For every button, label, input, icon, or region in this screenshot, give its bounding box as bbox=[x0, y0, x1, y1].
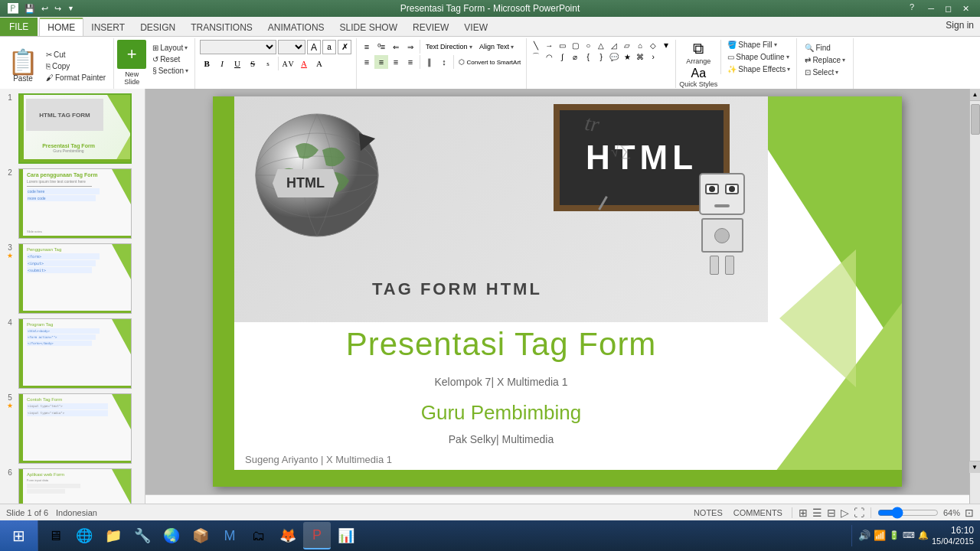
triangle-shape[interactable]: △ bbox=[595, 40, 607, 51]
shape-more[interactable]: ▾ bbox=[660, 40, 672, 51]
callout-shape[interactable]: 💬 bbox=[608, 51, 620, 62]
oval-shape[interactable]: ○ bbox=[582, 40, 594, 51]
line-shape[interactable]: ╲ bbox=[530, 40, 542, 51]
decrease-indent-button[interactable]: ⇐ bbox=[389, 40, 403, 54]
font-color-button[interactable]: A bbox=[297, 57, 311, 70]
scroll-down-btn[interactable]: ▼ bbox=[969, 461, 980, 473]
brace-shape[interactable]: } bbox=[595, 51, 607, 62]
view-sorter-btn[interactable]: ⊟ bbox=[827, 507, 836, 519]
taskbar-app-1[interactable]: 🖥 bbox=[41, 522, 69, 549]
taskbar-app-9[interactable]: 🦊 bbox=[274, 522, 302, 549]
taskbar-app-5[interactable]: 🌏 bbox=[158, 522, 185, 549]
arrange-button[interactable]: ⧉ Arrange bbox=[679, 40, 717, 65]
align-center-button[interactable]: ≡ bbox=[374, 55, 388, 69]
align-right-button[interactable]: ≡ bbox=[389, 55, 403, 69]
slide-thumb-4[interactable]: 4 Program Tag <html><body> <form action=… bbox=[3, 318, 142, 389]
right-triangle-shape[interactable]: ◿ bbox=[608, 40, 620, 51]
chevron-shape[interactable]: › bbox=[647, 51, 659, 62]
slide-thumb-img-2[interactable]: Cara penggunaan Tag Form Lorem ipsum lin… bbox=[18, 168, 132, 239]
vertical-scrollbar[interactable]: ▲ ▼ bbox=[969, 89, 980, 520]
arrow-shape[interactable]: → bbox=[543, 40, 555, 51]
star-shape[interactable]: ★ bbox=[621, 51, 633, 62]
curved-shape[interactable]: ⌒ bbox=[530, 51, 542, 62]
strikethrough-button[interactable]: S bbox=[246, 57, 260, 70]
taskbar-app-4[interactable]: 🔧 bbox=[129, 522, 156, 549]
shape-effects-button[interactable]: ✨ Shape Effects ▾ bbox=[724, 64, 793, 74]
taskbar-app-6[interactable]: 📦 bbox=[187, 522, 214, 549]
save-icon[interactable]: 💾 bbox=[23, 4, 37, 14]
slide-thumb-3[interactable]: 3 ★ Penggunaan Tag <form> <input> <submi… bbox=[3, 243, 142, 314]
rounded-rect-shape[interactable]: ▢ bbox=[569, 40, 581, 51]
tray-icon-5[interactable]: 🔔 bbox=[918, 530, 929, 540]
clock-area[interactable]: 16:10 15/04/2015 bbox=[932, 525, 974, 546]
customize-icon[interactable]: ▼ bbox=[66, 5, 76, 12]
shape-outline-button[interactable]: ▭ Shape Outline ▾ bbox=[724, 52, 793, 62]
scroll-thumb[interactable] bbox=[971, 104, 980, 135]
italic-button[interactable]: I bbox=[215, 57, 229, 70]
convert-smartart-button[interactable]: ⬡ Convert to SmartArt bbox=[456, 57, 523, 67]
font-family-select[interactable] bbox=[200, 40, 276, 54]
tab-slideshow[interactable]: SLIDE SHOW bbox=[332, 19, 405, 36]
tray-icon-3[interactable]: 🔋 bbox=[889, 530, 900, 540]
taskbar-app-8[interactable]: 🗂 bbox=[245, 522, 273, 549]
view-slideshow-btn[interactable]: ⛶ bbox=[854, 507, 864, 519]
columns-button[interactable]: ∥ bbox=[423, 55, 436, 69]
replace-button[interactable]: ⇄ Replace ▾ bbox=[802, 55, 848, 65]
underline-button[interactable]: U bbox=[230, 57, 244, 70]
new-slide-button[interactable]: + New Slide bbox=[117, 40, 146, 86]
view-reading-btn[interactable]: ▷ bbox=[841, 507, 849, 519]
clear-formatting-button[interactable]: ✗ bbox=[338, 40, 351, 54]
tray-icon-1[interactable]: 🔊 bbox=[858, 530, 871, 541]
tab-home[interactable]: HOME bbox=[39, 18, 83, 36]
slide-pembimbing-area[interactable]: Guru Pembimbing bbox=[234, 401, 768, 425]
font-size-select[interactable] bbox=[278, 40, 305, 54]
slide-thumb-2[interactable]: 2 Cara penggunaan Tag Form Lorem ipsum l… bbox=[3, 168, 142, 239]
layout-button[interactable]: ⊞ Layout ▾ bbox=[149, 43, 191, 53]
reset-button[interactable]: ↺ Reset bbox=[149, 54, 191, 64]
slide-footer-area[interactable]: Sugeng Ariyanto | X Multimedia 1 bbox=[245, 454, 392, 465]
taskbar-app-11[interactable]: 📊 bbox=[332, 522, 360, 549]
redo-icon[interactable]: ↪ bbox=[53, 4, 63, 14]
highlight-button[interactable]: A bbox=[312, 57, 326, 70]
align-left-button[interactable]: ≡ bbox=[360, 55, 374, 69]
parallelogram-shape[interactable]: ▱ bbox=[621, 40, 633, 51]
slide-thumb-img-1[interactable]: HTML TAG FORM Presentasi Tag Form Guru P… bbox=[18, 93, 132, 164]
find-button[interactable]: 🔍 Find bbox=[802, 43, 848, 53]
taskbar-app-3[interactable]: 📁 bbox=[100, 522, 127, 549]
font-increase-button[interactable]: A bbox=[307, 40, 321, 54]
text-direction-button[interactable]: Text Direction ▾ bbox=[423, 41, 475, 52]
align-text-button[interactable]: Align Text ▾ bbox=[476, 41, 517, 52]
quick-styles-button[interactable]: Aa Quick Styles bbox=[679, 67, 717, 88]
tray-icon-2[interactable]: 📶 bbox=[874, 530, 886, 541]
bullets-button[interactable]: ≡ bbox=[360, 40, 374, 54]
slide-thumb-1[interactable]: 1 HTML TAG FORM Presentasi Tag Form Guru… bbox=[3, 93, 142, 164]
slide-pembimbing-name-area[interactable]: Pak Selky| Multimedia bbox=[234, 433, 768, 445]
line-spacing-button[interactable]: ↕ bbox=[437, 55, 451, 69]
tab-transitions[interactable]: TRANSITIONS bbox=[183, 19, 260, 36]
taskbar-app-10[interactable]: P bbox=[303, 522, 331, 549]
taskbar-app-2[interactable]: 🌐 bbox=[70, 522, 98, 549]
diamond-shape[interactable]: ◇ bbox=[647, 40, 659, 51]
comments-toggle[interactable]: COMMENTS bbox=[730, 508, 786, 517]
rect-shape[interactable]: ▭ bbox=[556, 40, 568, 51]
view-normal-btn[interactable]: ⊞ bbox=[799, 507, 808, 519]
curve-shape2[interactable]: ∫ bbox=[556, 51, 568, 62]
bracket-shape[interactable]: { bbox=[582, 51, 594, 62]
shadow-button[interactable]: s bbox=[261, 57, 275, 70]
slide-title-area[interactable]: Presentasi Tag Form bbox=[234, 326, 768, 363]
increase-indent-button[interactable]: ⇒ bbox=[403, 40, 417, 54]
tray-icon-4[interactable]: ⌨ bbox=[903, 530, 915, 540]
slide-thumb-img-3[interactable]: Penggunaan Tag <form> <input> <submit> bbox=[18, 243, 132, 314]
scroll-up-btn[interactable]: ▲ bbox=[970, 89, 981, 101]
tab-insert[interactable]: INSERT bbox=[83, 19, 132, 36]
trapezoid-shape[interactable]: ⌂ bbox=[634, 40, 646, 51]
justify-button[interactable]: ≡ bbox=[403, 55, 417, 69]
close-button[interactable]: ✕ bbox=[958, 2, 974, 15]
tab-file[interactable]: FILE bbox=[0, 18, 38, 36]
view-outline-btn[interactable]: ☰ bbox=[812, 507, 822, 519]
slide-subtitle-area[interactable]: Kelompok 7| X Multimedia 1 bbox=[234, 376, 768, 388]
numbering-button[interactable]: ⁰≡ bbox=[374, 40, 388, 54]
freeform-shape[interactable]: ⌀ bbox=[569, 51, 581, 62]
fit-button[interactable]: ⊡ bbox=[965, 507, 974, 519]
notes-toggle[interactable]: NOTES bbox=[691, 508, 726, 517]
